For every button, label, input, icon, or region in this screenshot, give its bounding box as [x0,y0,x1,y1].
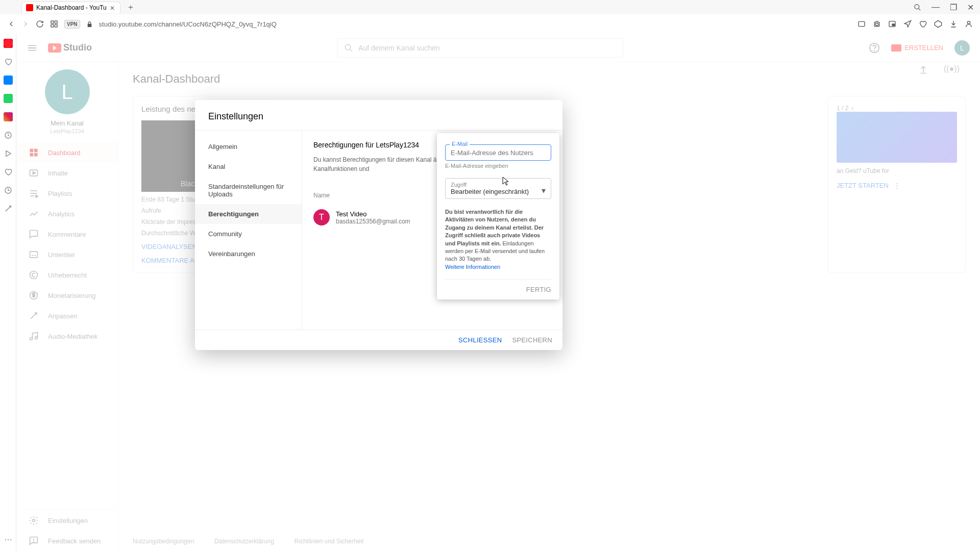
speed-dial-icon[interactable] [50,20,58,28]
profile-icon[interactable] [965,20,973,28]
url-text[interactable]: studio.youtube.com/channel/UCocN6zQPHQZ_… [99,20,277,28]
close-tab-icon[interactable]: ✕ [110,5,116,11]
svg-line-1 [918,8,920,10]
minimize-icon[interactable]: — [932,3,940,12]
opera-sidebar: ⋯ [0,34,16,34]
svg-rect-2 [51,21,54,23]
lock-icon[interactable] [86,21,93,28]
search-icon[interactable] [914,4,921,11]
browser-tab[interactable]: Kanal-Dashboard - YouTu ✕ [21,2,120,13]
send-icon[interactable] [903,20,912,28]
vpn-badge[interactable]: VPN [64,20,80,29]
forward-icon[interactable] [21,20,30,28]
camera-icon[interactable] [873,20,881,28]
close-window-icon[interactable]: ✕ [967,3,974,12]
svg-rect-4 [51,24,54,27]
heart-icon[interactable] [919,20,927,28]
pip-icon[interactable] [888,20,896,28]
svg-rect-9 [892,24,895,26]
cube-icon[interactable] [934,20,942,28]
svg-marker-10 [904,20,911,27]
svg-point-0 [915,4,919,9]
svg-point-12 [967,21,970,24]
back-icon[interactable] [7,20,15,28]
svg-point-7 [875,23,878,26]
new-tab-button[interactable]: ＋ [125,0,137,15]
svg-marker-11 [935,20,941,27]
svg-rect-6 [859,21,865,26]
maximize-icon[interactable]: ❐ [950,3,957,12]
reload-icon[interactable] [36,20,44,28]
svg-rect-5 [55,24,57,27]
tab-title: Kanal-Dashboard - YouTu [36,4,107,11]
youtube-favicon [26,4,33,11]
svg-rect-3 [55,21,57,23]
screenshot-icon[interactable] [857,20,866,28]
modal-scrim[interactable] [16,34,980,34]
download-icon[interactable] [949,20,958,28]
